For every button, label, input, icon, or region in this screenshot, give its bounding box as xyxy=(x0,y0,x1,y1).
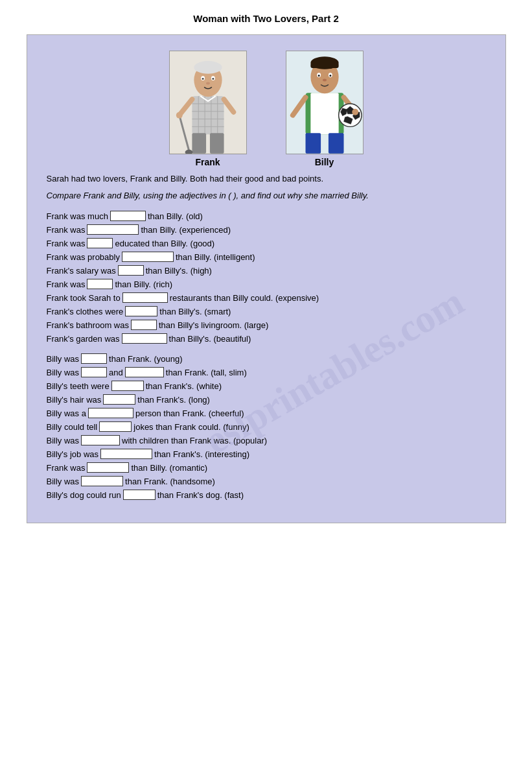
spacer-1 xyxy=(47,347,486,353)
sentence-12: Billy was than Frank. (young) xyxy=(47,353,486,364)
svg-point-36 xyxy=(323,79,327,82)
sentence-22: Billy's dog could run than Frank's dog. … xyxy=(47,490,486,500)
blank-13b[interactable] xyxy=(125,367,164,377)
blank-1[interactable] xyxy=(110,211,146,221)
blank-17[interactable] xyxy=(99,421,132,432)
sentence-10: Frank's garden was than Billy's. (beauti… xyxy=(47,333,486,344)
sentence-14: Billy's teeth were than Frank's. (white) xyxy=(47,381,486,391)
svg-rect-10 xyxy=(192,133,206,153)
svg-point-13 xyxy=(194,61,222,74)
blank-15[interactable] xyxy=(103,394,135,405)
sentence-16: Billy was a person than Frank. (cheerful… xyxy=(47,408,486,418)
svg-rect-31 xyxy=(310,63,338,68)
page-title: Woman with Two Lovers, Part 2 xyxy=(193,13,338,24)
svg-point-18 xyxy=(206,82,210,85)
svg-rect-11 xyxy=(209,133,224,153)
blank-12[interactable] xyxy=(81,353,107,364)
sentence-6: Frank was than Billy. (rich) xyxy=(47,279,486,289)
svg-rect-28 xyxy=(328,133,343,153)
blank-10[interactable] xyxy=(122,333,167,344)
blank-18[interactable] xyxy=(81,435,120,445)
blank-8[interactable] xyxy=(125,306,157,316)
sentence-18: Billy was with children than Frank was. … xyxy=(47,435,486,445)
svg-point-17 xyxy=(212,78,214,80)
svg-point-44 xyxy=(352,109,358,115)
intro-line2: Compare Frank and Billy, using the adjec… xyxy=(47,189,486,202)
intro-line1: Sarah had two lovers, Frank and Billy. B… xyxy=(47,172,486,185)
sentence-20: Frank was than Billy. (romantic) xyxy=(47,462,486,473)
svg-point-16 xyxy=(202,78,203,80)
frank-image xyxy=(169,51,247,154)
billy-label: Billy xyxy=(315,157,334,167)
sentence-15: Billy's hair was than Frank's. (long) xyxy=(47,394,486,405)
sentence-9: Frank's bathroom was than Billy's living… xyxy=(47,320,486,330)
blank-20[interactable] xyxy=(87,462,129,473)
sentence-4: Frank was probably than Billy. (intellig… xyxy=(47,252,486,262)
blank-5[interactable] xyxy=(118,265,144,276)
blank-9[interactable] xyxy=(131,320,157,330)
frank-label: Frank xyxy=(195,157,220,167)
worksheet: Frank xyxy=(27,34,506,523)
sentence-7: Frank took Sarah to restaurants than Bil… xyxy=(47,292,486,303)
sentences-section: Frank was much than Billy. (old) Frank w… xyxy=(47,211,486,500)
svg-point-34 xyxy=(318,75,319,77)
sentence-3: Frank was educated than Billy. (good) xyxy=(47,238,486,248)
sentence-8: Frank's clothes were than Billy's. (smar… xyxy=(47,306,486,316)
blank-7[interactable] xyxy=(122,292,168,303)
svg-rect-27 xyxy=(305,133,321,153)
sentence-2: Frank was than Billy. (experienced) xyxy=(47,224,486,235)
sentence-21: Billy was than Frank. (handsome) xyxy=(47,476,486,486)
blank-13a[interactable] xyxy=(81,367,107,377)
svg-point-35 xyxy=(329,75,331,77)
billy-image xyxy=(286,51,364,154)
blank-19[interactable] xyxy=(100,449,152,459)
billy-block: Billy xyxy=(286,51,364,167)
blank-21[interactable] xyxy=(81,476,123,486)
sentence-1: Frank was much than Billy. (old) xyxy=(47,211,486,221)
sentence-13: Billy was and than Frank. (tall, slim) xyxy=(47,367,486,377)
blank-4[interactable] xyxy=(122,252,174,262)
blank-14[interactable] xyxy=(111,381,144,391)
sentence-5: Frank's salary was than Billy's. (high) xyxy=(47,265,486,276)
images-row: Frank xyxy=(47,51,486,167)
blank-16[interactable] xyxy=(88,408,133,418)
blank-3[interactable] xyxy=(87,238,113,248)
blank-22[interactable] xyxy=(123,490,156,500)
sentence-19: Billy's job was than Frank's. (interesti… xyxy=(47,449,486,459)
frank-block: Frank xyxy=(169,51,247,167)
svg-point-23 xyxy=(176,112,182,119)
blank-6[interactable] xyxy=(87,279,113,289)
svg-rect-26 xyxy=(310,93,338,134)
blank-2[interactable] xyxy=(87,224,139,235)
sentence-17: Billy could tell jokes than Frank could.… xyxy=(47,421,486,432)
